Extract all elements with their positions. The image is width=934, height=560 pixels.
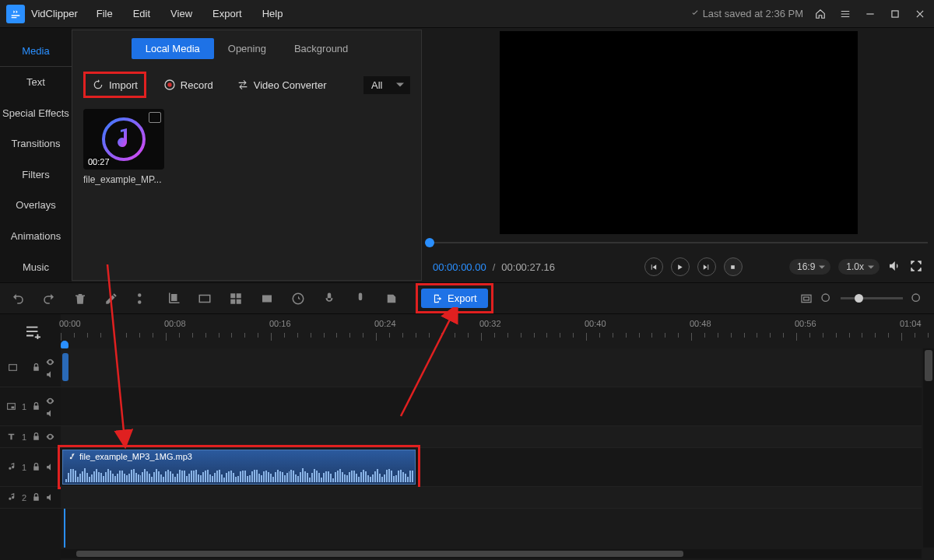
next-frame-button[interactable] — [697, 257, 716, 276]
horizontal-scrollbar[interactable] — [61, 549, 922, 558]
tts-icon[interactable] — [384, 292, 399, 306]
vertical-scrollbar[interactable] — [923, 348, 934, 548]
svg-rect-12 — [804, 297, 809, 300]
scrubber-handle[interactable] — [425, 238, 434, 247]
mosaic-icon[interactable] — [229, 292, 243, 306]
speaker-icon[interactable] — [45, 462, 55, 472]
import-button[interactable]: Import — [83, 72, 146, 98]
svg-point-2 — [167, 82, 171, 86]
voiceover-icon[interactable] — [322, 292, 336, 306]
delete-icon[interactable] — [73, 292, 87, 306]
svg-rect-17 — [12, 407, 15, 409]
video-converter-button[interactable]: Video Converter — [230, 74, 333, 96]
lock-icon[interactable] — [31, 492, 41, 502]
speed-dropdown[interactable]: 1.0x — [838, 259, 880, 275]
subtab-opening[interactable]: Opening — [214, 38, 280, 59]
zoom-in-icon[interactable] — [911, 292, 923, 305]
video-clip-stub[interactable] — [62, 353, 68, 381]
svg-rect-6 — [230, 293, 235, 298]
duration-icon[interactable] — [291, 292, 305, 306]
tab-special-effects[interactable]: Special Effects — [0, 97, 72, 128]
svg-rect-5 — [199, 295, 210, 302]
volume-icon[interactable] — [887, 259, 901, 275]
undo-icon[interactable] — [11, 292, 25, 306]
speaker-icon[interactable] — [45, 369, 55, 380]
zoom-slider-knob[interactable] — [855, 294, 863, 303]
maximize-icon[interactable] — [887, 6, 903, 22]
svg-rect-15 — [9, 365, 17, 371]
tab-filters[interactable]: Filters — [0, 159, 72, 191]
zoom-out-icon[interactable] — [820, 292, 833, 305]
ratio-icon[interactable] — [198, 292, 212, 306]
preview-scrubber[interactable] — [422, 234, 934, 251]
audio-track-2[interactable]: 2 — [0, 487, 922, 509]
tab-animations[interactable]: Animations — [0, 221, 72, 252]
speaker-icon[interactable] — [45, 492, 55, 502]
play-button[interactable] — [671, 257, 690, 276]
media-filter-dropdown[interactable]: All — [363, 76, 410, 94]
minimize-icon[interactable] — [862, 6, 878, 22]
media-item[interactable]: 00:27 file_example_MP... — [83, 109, 164, 185]
eye-icon[interactable] — [45, 357, 55, 367]
crop-icon[interactable] — [167, 292, 181, 306]
svg-rect-7 — [237, 293, 241, 298]
record-button[interactable]: Record — [157, 74, 219, 96]
menu-export[interactable]: Export — [212, 8, 242, 19]
menu-help[interactable]: Help — [262, 8, 283, 19]
subtab-local-media[interactable]: Local Media — [132, 38, 214, 59]
aspect-ratio-dropdown[interactable]: 16:9 — [789, 259, 830, 275]
clip-label: file_example_MP3_1MG.mp3 — [68, 452, 192, 461]
home-icon[interactable] — [813, 6, 828, 22]
text-track[interactable]: 1 — [0, 426, 922, 448]
audio-clip[interactable]: file_example_MP3_1MG.mp3 — [62, 450, 416, 485]
lock-icon[interactable] — [31, 462, 41, 472]
tab-text[interactable]: Text — [0, 67, 72, 98]
speaker-icon[interactable] — [45, 408, 55, 418]
eye-icon[interactable] — [45, 396, 55, 406]
vertical-scrollbar-thumb[interactable] — [925, 350, 932, 381]
split-icon[interactable] — [135, 292, 149, 306]
close-icon[interactable] — [912, 6, 928, 22]
zoom-slider[interactable] — [841, 297, 903, 299]
svg-rect-11 — [802, 295, 811, 302]
last-saved-label: Last saved at 2:36 PM — [690, 8, 803, 19]
subtab-background[interactable]: Background — [280, 38, 362, 59]
svg-rect-4 — [732, 265, 736, 269]
menu-view[interactable]: View — [170, 8, 192, 19]
export-button[interactable]: Export — [421, 289, 488, 308]
safe-zone-icon[interactable] — [800, 292, 813, 305]
hamburger-icon[interactable] — [837, 6, 853, 22]
export-icon — [432, 293, 443, 304]
fullscreen-icon[interactable] — [909, 259, 923, 275]
tab-media[interactable]: Media — [0, 36, 72, 67]
lock-icon[interactable] — [31, 401, 41, 411]
video-preview[interactable] — [500, 31, 858, 234]
timeline-ruler[interactable]: 00:0000:0800:1600:2400:3200:4000:4800:56… — [61, 322, 922, 347]
redo-icon[interactable] — [42, 292, 56, 306]
horizontal-scrollbar-thumb[interactable] — [76, 551, 683, 557]
edit-icon[interactable] — [104, 292, 118, 306]
menu-edit[interactable]: Edit — [133, 8, 150, 19]
track-number: 1 — [22, 463, 26, 472]
media-thumbnail[interactable]: 00:27 — [83, 109, 164, 170]
menu-file[interactable]: File — [97, 8, 113, 19]
media-panel: Local Media Opening Background Import Re… — [72, 30, 422, 281]
audio-track-1[interactable]: 1 file_example_MP3_1MG.mp3 — [0, 448, 922, 487]
time-separator: / — [493, 261, 496, 273]
tab-overlays[interactable]: Overlays — [0, 190, 72, 221]
lock-icon[interactable] — [31, 362, 41, 373]
eye-icon[interactable] — [45, 432, 55, 442]
audio-extract-icon[interactable] — [353, 292, 367, 306]
pip-track[interactable]: 1 — [0, 387, 922, 426]
add-track-button[interactable] — [25, 325, 42, 341]
prev-frame-button[interactable] — [644, 257, 663, 276]
track-number: 1 — [22, 432, 26, 442]
track-number: 2 — [22, 493, 26, 502]
video-track[interactable] — [0, 348, 922, 387]
left-sidebar: Media Text Special Effects Transitions F… — [0, 28, 72, 282]
tab-music[interactable]: Music — [0, 251, 72, 282]
stop-button[interactable] — [724, 257, 743, 276]
lock-icon[interactable] — [31, 432, 41, 442]
tab-transitions[interactable]: Transitions — [0, 128, 72, 159]
freeze-icon[interactable] — [260, 292, 274, 306]
